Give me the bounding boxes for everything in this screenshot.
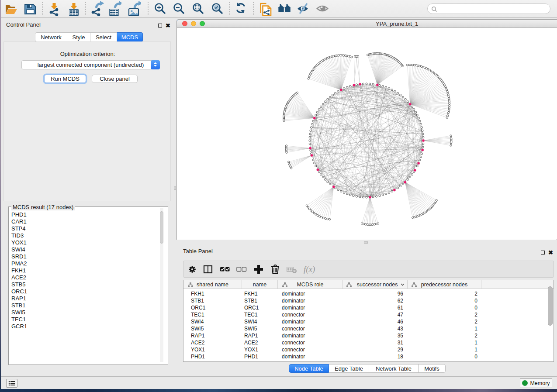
svg-text:f(x): f(x) [304, 265, 315, 274]
